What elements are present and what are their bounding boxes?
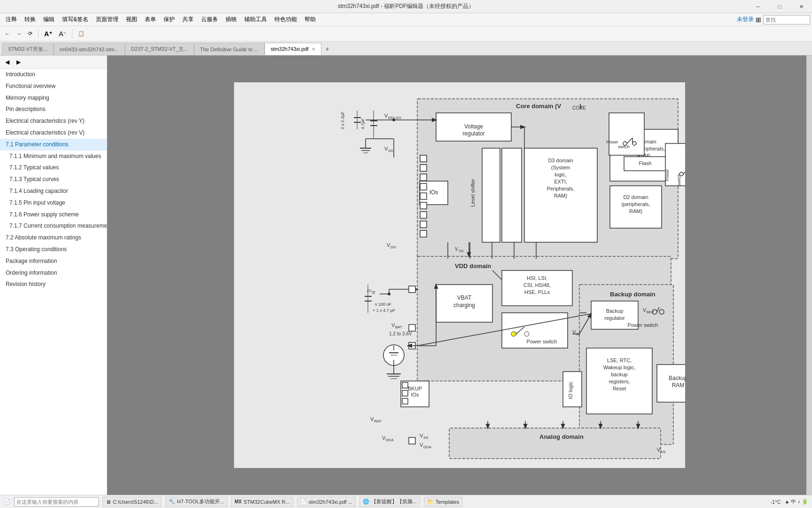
taskbar-templates[interactable]: 📁 Templates (424, 497, 462, 507)
nav-typical-curves[interactable]: 7.1.3 Typical curves (0, 174, 107, 185)
nav-package-info[interactable]: Package information (0, 255, 107, 267)
menu-help[interactable]: 帮助 (301, 14, 320, 25)
search-input[interactable] (763, 15, 810, 24)
forward-button[interactable]: → (14, 30, 24, 38)
taskbar-cubemx[interactable]: MX STM32CubeMX R... (231, 497, 293, 507)
taskbar-browser[interactable]: 🌐 【新提醒】【筑脑... (359, 497, 420, 507)
tab-rm0433[interactable]: rm0433-stm32h742-stm... (54, 43, 125, 55)
menu-fillsign[interactable]: 填写&签名 (58, 14, 92, 25)
sidebar-expand-button[interactable]: ▶ (13, 57, 23, 67)
svg-text:V: V (643, 307, 647, 313)
tab-add-button[interactable]: + (321, 43, 334, 55)
svg-text:BAT: BAT (395, 325, 402, 329)
svg-text:SS: SS (388, 149, 393, 153)
tab-d237[interactable]: D237-2_STM32-V7_主... (125, 43, 194, 55)
svg-text:logic,: logic, (554, 172, 567, 177)
nav-min-max[interactable]: 7.1.1 Minimum and maximum values (0, 151, 107, 162)
nav-parameter-conditions[interactable]: 7.1 Parameter conditions (0, 139, 107, 151)
menu-accessibility[interactable]: 辅助工具 (241, 14, 271, 25)
svg-text:VDD domain: VDD domain (455, 262, 491, 270)
svg-text:1.2 to 3.6V: 1.2 to 3.6V (389, 331, 412, 336)
svg-text:regulator: regulator (462, 130, 484, 137)
nav-absolute-max[interactable]: 7.2 Absolute maximum ratings (0, 232, 107, 244)
sidebar-collapse-button[interactable]: ◀ (2, 57, 12, 67)
nav-ordering-info[interactable]: Ordering information (0, 267, 107, 279)
svg-text:regulator: regulator (604, 315, 625, 321)
svg-text:2 x 2.2µF: 2 x 2.2µF (340, 111, 345, 129)
menu-pagemanage[interactable]: 页面管理 (92, 14, 122, 25)
svg-text:RAM): RAM) (554, 193, 567, 198)
nav-revision-history[interactable]: Revision history (0, 278, 107, 290)
nav-introduction[interactable]: Introduction (0, 69, 107, 80)
page-info: 📄 (4, 499, 10, 505)
svg-text:V: V (384, 146, 388, 151)
svg-text:Analog domain: Analog domain (539, 433, 584, 440)
refresh-button[interactable]: ⟳ (25, 29, 35, 38)
zoom-in-button[interactable]: A⁺ (41, 29, 55, 39)
menu-edit[interactable]: 编辑 (39, 14, 58, 25)
status-search-input[interactable] (14, 497, 99, 507)
nav-power-supply[interactable]: 7.1.6 Power supply scheme (0, 209, 107, 221)
menu-plugin[interactable]: 插映 (222, 14, 241, 25)
svg-text:D2 domain: D2 domain (623, 194, 648, 200)
nav-electrical-revv[interactable]: Electrical characteristics (rev V) (0, 127, 107, 139)
nav-memory-mapping[interactable]: Memory mapping (0, 92, 107, 104)
svg-rect-119 (402, 382, 408, 388)
nav-electrical-revy[interactable]: Electrical characteristics (rev Y) (0, 115, 107, 127)
tab-close-icon[interactable]: ✕ (312, 47, 315, 52)
svg-rect-135 (409, 286, 415, 293)
menu-feature[interactable]: 特色功能 (271, 14, 301, 25)
nav-pin-descriptions[interactable]: Pin descriptions (0, 103, 107, 115)
tab-definitive[interactable]: The Definitive Guide to ... (194, 43, 265, 55)
tab-stm32h743xi[interactable]: stm32h743xi.pdf ✕ (265, 43, 321, 55)
menu-annotate[interactable]: 注释 (2, 14, 21, 25)
svg-text:x 100 nF: x 100 nF (375, 302, 392, 307)
tab-stm32v7[interactable]: STM32-V7开发... (2, 43, 54, 55)
svg-text:V: V (657, 447, 661, 452)
nav-functional-overview[interactable]: Functional overview (0, 80, 107, 92)
menu-view[interactable]: 视图 (122, 14, 141, 25)
nav-operating-conditions[interactable]: 7.3 Operating conditions (0, 244, 107, 255)
nav-current-consumption[interactable]: 7.1.7 Current consumption measurement (0, 220, 107, 232)
tray-icons[interactable]: ▲ 中 ♪ 🔋 (784, 498, 808, 505)
svg-text:SS: SS (459, 249, 464, 253)
taskbar-explorer[interactable]: 🖥 C:\Users\51246\D... (102, 497, 162, 507)
not-logged-in[interactable]: 未登录 (737, 16, 754, 24)
h7tool-icon: 🔧 (169, 499, 175, 505)
svg-rect-52 (420, 221, 427, 228)
grid-icon[interactable]: ⊞ (756, 16, 761, 24)
menu-cloud[interactable]: 云服务 (197, 14, 222, 25)
close-button[interactable]: ✕ (790, 0, 812, 13)
menu-form[interactable]: 表单 (141, 14, 160, 25)
svg-text:V: V (391, 322, 395, 328)
svg-text:Power: Power (665, 169, 670, 181)
clipboard-button[interactable]: 📋 (75, 29, 87, 38)
menu-share[interactable]: 共享 (179, 14, 197, 25)
taskbar-h7tool[interactable]: 🔧 H7-TOOL多功能开... (165, 497, 228, 507)
nav-pin-input[interactable]: 7.1.5 Pin input voltage (0, 197, 107, 209)
svg-rect-53 (420, 230, 427, 237)
nav-loading-capacitor[interactable]: 7.1.4 Loading capacitor (0, 185, 107, 197)
svg-text:BKUP: BKUP (408, 386, 422, 391)
sidebar-toolbar: ◀ ▶ (0, 56, 107, 69)
back-button[interactable]: ← (2, 30, 13, 38)
svg-text:LSE, RTC,: LSE, RTC, (607, 357, 632, 363)
taskbar-pdf[interactable]: 📄 stm32h743xi.pdf ... (297, 497, 356, 507)
pdf-content-area[interactable]: Core domain (V CORE ) Voltage regulator … (107, 56, 812, 495)
svg-text:Power switch: Power switch (628, 322, 658, 328)
zoom-out-button[interactable]: A⁻ (56, 29, 69, 39)
menu-convert[interactable]: 转换 (21, 14, 39, 25)
svg-rect-136 (409, 325, 415, 331)
scroll-bar[interactable] (806, 56, 812, 495)
maximize-button[interactable]: □ (769, 0, 790, 13)
statusbar-left: 📄 🖥 C:\Users\51246\D... 🔧 H7-TOOL多功能开...… (4, 497, 462, 507)
minimize-button[interactable]: ─ (747, 0, 769, 13)
svg-text:V: V (455, 246, 458, 252)
nav-typical-values[interactable]: 7.1.2 Typical values (0, 162, 107, 174)
svg-rect-15 (610, 186, 662, 228)
svg-text:SS: SS (661, 450, 666, 454)
svg-text:N: N (371, 291, 376, 294)
svg-text:backup: backup (611, 372, 627, 377)
explorer-icon: 🖥 (106, 499, 111, 505)
menu-protect[interactable]: 保护 (160, 14, 179, 25)
